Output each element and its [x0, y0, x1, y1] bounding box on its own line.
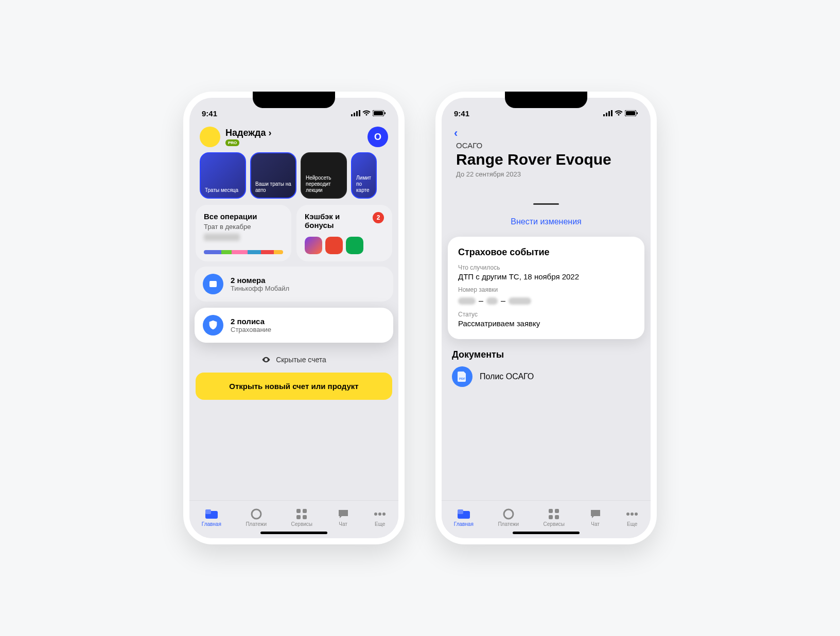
tab-payments[interactable]: Платежи: [498, 508, 519, 527]
svg-rect-26: [458, 509, 463, 514]
operations-card[interactable]: Все операции Трат в декабре: [196, 205, 291, 261]
svg-rect-1: [354, 113, 355, 116]
cashback-card[interactable]: Кэшбэк и бонусы 2: [296, 205, 392, 261]
policy-type: ОСАГО: [456, 141, 636, 150]
payments-icon: [502, 508, 515, 520]
mobile-item[interactable]: 2 номера Тинькофф Мобайл: [195, 267, 393, 302]
mobile-sub: Тинькофф Мобайл: [231, 285, 289, 292]
chevron-left-icon: ‹: [454, 127, 458, 139]
story-ai[interactable]: Нейросеть переводит лекции: [301, 152, 347, 199]
document-policy[interactable]: PDF Полис ОСАГО: [447, 366, 645, 394]
svg-rect-29: [555, 509, 559, 513]
tab-home[interactable]: Главная: [454, 508, 474, 527]
stories-row: Траты месяца Ваши траты на авто Нейросет…: [195, 150, 393, 205]
status-icons: [351, 110, 386, 116]
claim-number-blurred: ––: [458, 296, 634, 306]
insurance-item[interactable]: 2 полиса Страхование: [195, 308, 393, 343]
tab-services[interactable]: Сервисы: [544, 508, 565, 527]
home-indicator: [260, 532, 327, 534]
event-status-label: Статус: [458, 311, 634, 318]
battery-icon: [373, 110, 386, 116]
svg-rect-14: [303, 515, 307, 519]
wifi-icon: [362, 110, 371, 116]
tab-payments[interactable]: Платежи: [246, 508, 267, 527]
home-icon: [205, 508, 218, 520]
shield-icon: [203, 315, 223, 335]
story-auto[interactable]: Ваши траты на авто: [250, 152, 296, 199]
policy-valid-until: До 22 сентября 2023: [456, 170, 636, 178]
ops-title: Все операции: [204, 212, 283, 221]
tab-services[interactable]: Сервисы: [291, 508, 312, 527]
tab-home[interactable]: Главная: [202, 508, 221, 527]
mobile-title: 2 номера: [231, 276, 289, 285]
more-icon: [626, 508, 638, 520]
event-status-value: Рассматриваем заявку: [458, 319, 634, 328]
svg-rect-24: [637, 112, 638, 114]
svg-rect-9: [205, 509, 211, 514]
story-spending[interactable]: Траты месяца: [200, 152, 246, 199]
delivery-icon: [325, 237, 343, 254]
home-icon: [458, 508, 470, 520]
more-icon: [374, 508, 386, 520]
battery-icon: [625, 110, 638, 116]
policy-card-preview[interactable]: [456, 193, 636, 205]
svg-point-16: [378, 513, 381, 516]
pro-badge: PRO: [225, 139, 239, 146]
partner-avatar[interactable]: O: [367, 127, 388, 147]
svg-rect-12: [303, 509, 307, 513]
notch: [253, 92, 335, 108]
hidden-accounts[interactable]: Скрытые счета: [195, 349, 393, 373]
event-heading: Страховое событие: [458, 247, 634, 258]
svg-rect-20: [608, 111, 610, 116]
svg-rect-23: [626, 111, 635, 115]
story-limit[interactable]: Лимит по карте: [351, 152, 377, 199]
tab-chat[interactable]: Чат: [337, 508, 349, 527]
cellular-icon: [351, 110, 360, 116]
profile-header[interactable]: Надежда › PRO: [200, 127, 271, 147]
svg-rect-13: [296, 515, 301, 519]
shop-icon: [305, 237, 322, 254]
ops-sub: Трат в декабре: [204, 223, 283, 231]
chat-icon: [337, 508, 349, 520]
insurance-title: 2 полиса: [231, 317, 271, 326]
svg-rect-31: [555, 515, 559, 519]
notch: [505, 92, 587, 108]
svg-point-10: [252, 509, 261, 519]
cashback-title: Кэшбэк и бонусы: [305, 212, 356, 229]
insurance-sub: Страхование: [231, 326, 271, 333]
svg-rect-18: [603, 114, 605, 116]
doc-name: Полис ОСАГО: [480, 372, 534, 381]
svg-rect-7: [209, 281, 217, 287]
svg-rect-30: [549, 515, 553, 519]
tab-more[interactable]: Еще: [374, 508, 386, 527]
open-product-button[interactable]: Открыть новый счет или продукт: [196, 373, 392, 400]
tab-more[interactable]: Еще: [626, 508, 638, 527]
cellular-icon: [603, 110, 612, 116]
home-indicator: [513, 532, 580, 534]
pdf-icon: PDF: [452, 366, 472, 387]
svg-point-27: [504, 509, 513, 519]
chat-icon: [589, 508, 602, 520]
grocery-icon: [346, 237, 363, 254]
phone-home: 9:41 Надежда › PRO O: [183, 92, 405, 544]
status-time: 9:41: [454, 109, 469, 118]
payments-icon: [250, 508, 262, 520]
wifi-icon: [615, 110, 623, 116]
spending-bar: [204, 250, 283, 254]
svg-rect-5: [374, 111, 383, 115]
event-what-label: Что случилось: [458, 264, 634, 271]
policy-vehicle: Range Rover Evoque: [456, 151, 636, 168]
svg-point-33: [631, 513, 634, 516]
back-button[interactable]: ‹: [447, 122, 645, 140]
svg-point-15: [374, 513, 377, 516]
status-time: 9:41: [202, 109, 217, 118]
amount-blurred: [204, 234, 240, 241]
services-icon: [548, 508, 560, 520]
event-claim-label: Номер заявки: [458, 286, 634, 293]
status-icons: [603, 110, 638, 116]
edit-policy-link[interactable]: Внести изменения: [447, 205, 645, 237]
event-what-value: ДТП с другим ТС, 18 ноября 2022: [458, 272, 634, 281]
tab-chat[interactable]: Чат: [589, 508, 602, 527]
svg-rect-6: [384, 112, 386, 114]
cashback-badge: 2: [373, 212, 384, 223]
